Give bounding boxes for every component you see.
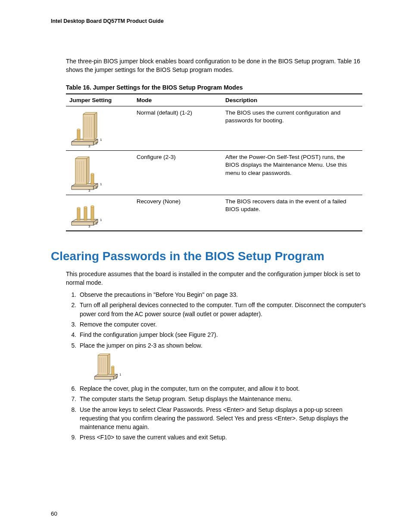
- list-item: Find the configuration jumper block (see…: [78, 330, 368, 339]
- procedure-list: Observe the precautions in "Before You B…: [66, 290, 368, 442]
- pin2-label: 2: [96, 141, 98, 145]
- th-setting: Jumper Setting: [66, 94, 133, 106]
- list-item: Remove the computer cover.: [78, 320, 368, 329]
- list-item: Place the jumper on pins 2-3 as shown be…: [78, 341, 368, 382]
- svg-text:1: 1: [119, 373, 121, 376]
- svg-rect-19: [84, 207, 87, 220]
- jumper-configure-icon: 1 2 3: [69, 153, 104, 192]
- jumper-step-icon: 1 2 3: [93, 352, 127, 382]
- svg-text:2: 2: [96, 221, 98, 225]
- table-row: 1 2 3 Normal (default) (1-2) The BIOS us…: [66, 106, 362, 150]
- svg-rect-17: [77, 208, 80, 220]
- svg-point-18: [77, 207, 80, 209]
- jumper-normal-icon: 1 2 3: [69, 109, 104, 148]
- mode-cell: Normal (default) (1-2): [133, 106, 222, 150]
- th-description: Description: [222, 94, 362, 106]
- svg-text:2: 2: [96, 186, 98, 190]
- svg-rect-26: [112, 367, 114, 375]
- intro-paragraph: The three-pin BIOS jumper block enables …: [66, 57, 368, 75]
- section-heading: Clearing Passwords in the BIOS Setup Pro…: [51, 249, 368, 264]
- desc-cell: The BIOS recovers data in the event of a…: [222, 195, 362, 231]
- mode-cell: Recovery (None): [133, 195, 222, 231]
- table-row: 1 2 3 Recovery (None) The BIOS recovers …: [66, 195, 362, 231]
- list-item: The computer starts the Setup program. S…: [78, 395, 368, 403]
- section-intro: This procedure assumes that the board is…: [66, 270, 368, 287]
- pin3-label: 3: [88, 144, 90, 148]
- svg-point-27: [112, 366, 114, 367]
- svg-text:3: 3: [88, 189, 90, 192]
- list-item-text: Place the jumper on pins 2-3 as shown be…: [80, 342, 202, 349]
- table-row: 1 2 3 Configure (2-3) After the Power-On…: [66, 150, 362, 195]
- jumper-settings-table: Jumper Setting Mode Description: [66, 93, 362, 231]
- jumper-recovery-icon: 1 2 3: [69, 198, 104, 228]
- list-item: Observe the precautions in "Before You B…: [78, 290, 368, 299]
- svg-text:3: 3: [88, 224, 90, 228]
- th-mode: Mode: [133, 94, 222, 106]
- svg-rect-21: [91, 206, 94, 220]
- list-item: Press <F10> to save the current values a…: [78, 433, 368, 442]
- svg-point-1: [77, 129, 80, 131]
- mode-cell: Configure (2-3): [133, 150, 222, 195]
- svg-point-8: [91, 173, 94, 175]
- svg-point-22: [91, 205, 94, 207]
- desc-cell: After the Power-On Self-Test (POST) runs…: [222, 150, 362, 195]
- list-item: Replace the cover, plug in the computer,…: [78, 384, 368, 393]
- svg-text:1: 1: [100, 182, 102, 186]
- document-header: Intel Desktop Board DQ57TM Product Guide: [51, 18, 368, 24]
- table-caption: Table 16. Jumper Settings for the BIOS S…: [66, 84, 368, 91]
- svg-text:1: 1: [100, 218, 102, 222]
- list-item: Use the arrow keys to select Clear Passw…: [78, 405, 368, 432]
- svg-rect-0: [77, 130, 80, 140]
- svg-point-20: [84, 206, 87, 208]
- svg-text:3: 3: [109, 379, 111, 382]
- desc-cell: The BIOS uses the current configuration …: [222, 106, 362, 150]
- list-item: Turn off all peripheral devices connecte…: [78, 301, 368, 318]
- svg-text:2: 2: [115, 376, 117, 379]
- pin1-label: 1: [100, 138, 102, 142]
- svg-rect-7: [91, 174, 94, 184]
